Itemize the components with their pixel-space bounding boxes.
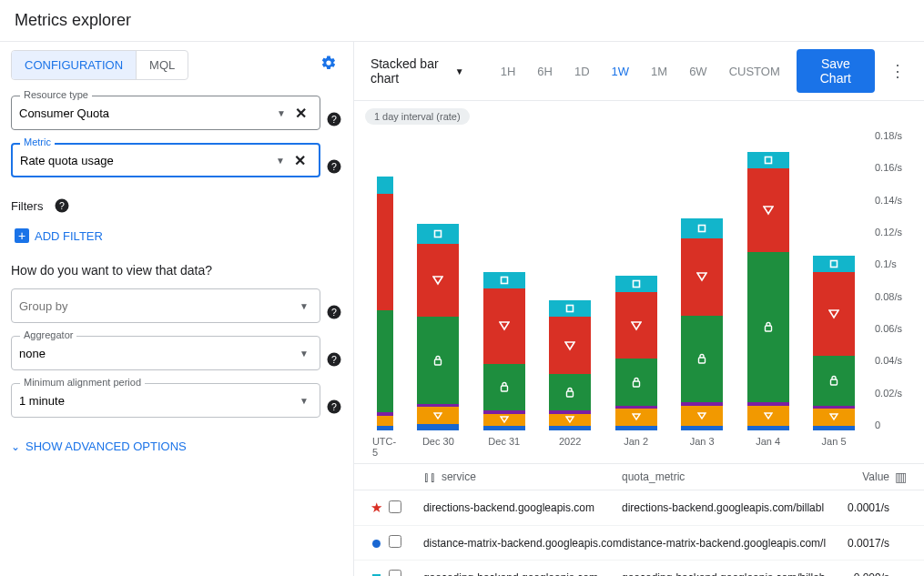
help-icon[interactable]: ? bbox=[326, 158, 342, 175]
help-icon[interactable]: ? bbox=[326, 399, 342, 415]
bar-seg-purple[interactable] bbox=[615, 406, 657, 409]
gear-icon[interactable] bbox=[315, 49, 342, 81]
close-icon[interactable]: ✕ bbox=[289, 152, 311, 169]
add-filter-button[interactable]: + ADD FILTER bbox=[11, 223, 107, 248]
bar-seg-blue_dk[interactable] bbox=[549, 426, 591, 431]
time-tab-1w[interactable]: 1W bbox=[603, 59, 639, 84]
group-icon[interactable]: ⫿⫿ bbox=[423, 470, 436, 484]
resource-type-field[interactable]: Resource type ▼ ✕ bbox=[11, 96, 320, 130]
resource-type-input[interactable] bbox=[19, 106, 273, 120]
bar-seg-green[interactable] bbox=[483, 364, 525, 410]
bar-seg-orange[interactable] bbox=[747, 406, 789, 426]
bar-seg-green[interactable] bbox=[681, 316, 723, 402]
metric-field[interactable]: Metric ▼ ✕ bbox=[11, 143, 320, 177]
bar-seg-purple[interactable] bbox=[681, 402, 723, 406]
time-tab-1m[interactable]: 1M bbox=[642, 59, 676, 84]
legend-row[interactable]: ★directions-backend.googleapis.comdirect… bbox=[354, 490, 924, 526]
bar-seg-orange[interactable] bbox=[813, 409, 855, 425]
columns-icon[interactable]: ▥ bbox=[895, 470, 913, 484]
bar-seg-blue_dk[interactable] bbox=[377, 426, 393, 431]
bar-seg-teal[interactable] bbox=[747, 152, 789, 168]
bar-seg-red[interactable] bbox=[483, 288, 525, 364]
bar-seg-green[interactable] bbox=[549, 374, 591, 410]
bar-seg-green[interactable] bbox=[747, 252, 789, 402]
bar-seg-blue_dk[interactable] bbox=[813, 426, 855, 431]
config-tabs: CONFIGURATION MQL bbox=[11, 50, 188, 80]
bar-seg-purple[interactable] bbox=[417, 404, 459, 408]
chart-plot[interactable]: 0.18/s0.16/s0.14/s0.12/s0.1/s0.08/s0.06/… bbox=[365, 130, 913, 458]
bar-seg-teal[interactable] bbox=[483, 272, 525, 288]
bar-seg-blue_dk[interactable] bbox=[747, 426, 789, 431]
bar-seg-teal[interactable] bbox=[377, 177, 393, 193]
bar-seg-blue_dk[interactable] bbox=[681, 426, 723, 431]
bar-seg-blue_dk[interactable] bbox=[417, 424, 459, 430]
chevron-down-icon[interactable]: ▼ bbox=[296, 301, 312, 311]
group-by-field[interactable]: ▼ bbox=[11, 288, 320, 323]
help-icon[interactable]: ? bbox=[326, 351, 342, 368]
time-tab-6h[interactable]: 6H bbox=[528, 59, 562, 84]
bar-seg-teal[interactable] bbox=[615, 276, 657, 292]
help-icon[interactable]: ? bbox=[326, 111, 342, 127]
legend-rows: ★directions-backend.googleapis.comdirect… bbox=[354, 490, 924, 576]
more-icon[interactable]: ⋮ bbox=[882, 57, 913, 85]
bar-seg-red[interactable] bbox=[681, 238, 723, 315]
bar-seg-green[interactable] bbox=[615, 359, 657, 405]
bar-seg-orange[interactable] bbox=[483, 414, 525, 426]
legend-row[interactable]: geocoding-backend.googleapis.comgeocodin… bbox=[354, 561, 924, 576]
legend-checkbox[interactable] bbox=[389, 500, 401, 513]
legend-col-value[interactable]: Value bbox=[831, 470, 895, 483]
bar-seg-purple[interactable] bbox=[377, 412, 393, 416]
chart-type-selector[interactable]: Stacked bar chart ▼ bbox=[365, 53, 470, 89]
tab-configuration[interactable]: CONFIGURATION bbox=[12, 51, 136, 79]
bar-seg-orange[interactable] bbox=[681, 406, 723, 426]
bar-seg-purple[interactable] bbox=[813, 406, 855, 409]
help-icon[interactable]: ? bbox=[54, 197, 70, 214]
bar-seg-green[interactable] bbox=[377, 310, 393, 412]
tab-mql[interactable]: MQL bbox=[136, 51, 188, 79]
bar-seg-green[interactable] bbox=[813, 356, 855, 406]
alignment-input[interactable] bbox=[19, 394, 296, 408]
bar-seg-teal[interactable] bbox=[813, 256, 855, 272]
bar-seg-red[interactable] bbox=[417, 244, 459, 318]
time-tab-1h[interactable]: 1H bbox=[492, 59, 525, 84]
bar-seg-green[interactable] bbox=[417, 317, 459, 403]
time-tab-custom[interactable]: CUSTOM bbox=[720, 59, 789, 84]
chevron-down-icon[interactable]: ▼ bbox=[296, 396, 312, 406]
bar-seg-purple[interactable] bbox=[549, 410, 591, 414]
bar-seg-purple[interactable] bbox=[747, 402, 789, 406]
bar-seg-orange[interactable] bbox=[377, 416, 393, 426]
bar-seg-blue_dk[interactable] bbox=[615, 426, 657, 431]
legend-col-quota[interactable]: quota_metric bbox=[622, 470, 831, 483]
bar-seg-red[interactable] bbox=[747, 168, 789, 252]
bar-seg-red[interactable] bbox=[615, 292, 657, 359]
aggregator-field[interactable]: Aggregator ▼ bbox=[11, 336, 320, 370]
bar-seg-purple[interactable] bbox=[483, 410, 525, 414]
bar-seg-orange[interactable] bbox=[417, 407, 459, 423]
chevron-down-icon[interactable]: ▼ bbox=[296, 349, 312, 359]
bar-seg-teal[interactable] bbox=[549, 300, 591, 317]
bar-seg-orange[interactable] bbox=[549, 414, 591, 426]
save-chart-button[interactable]: Save Chart bbox=[797, 49, 875, 93]
close-icon[interactable]: ✕ bbox=[289, 105, 312, 122]
alignment-field[interactable]: Minimum alignment period ▼ bbox=[11, 383, 320, 418]
time-tab-6w[interactable]: 6W bbox=[680, 59, 716, 84]
legend-col-service[interactable]: service bbox=[442, 470, 476, 483]
legend-checkbox[interactable] bbox=[389, 535, 401, 548]
legend-checkbox[interactable] bbox=[389, 570, 401, 576]
time-tab-1d[interactable]: 1D bbox=[565, 59, 599, 84]
chevron-down-icon[interactable]: ▼ bbox=[273, 108, 289, 118]
bar-seg-teal[interactable] bbox=[681, 218, 723, 238]
group-by-input[interactable] bbox=[19, 299, 296, 313]
bar-seg-red[interactable] bbox=[377, 194, 393, 310]
legend-row[interactable]: distance-matrix-backend.googleapis.comdi… bbox=[354, 526, 924, 561]
chevron-down-icon[interactable]: ▼ bbox=[272, 156, 289, 166]
show-advanced-button[interactable]: ⌄ SHOW ADVANCED OPTIONS bbox=[11, 430, 187, 462]
help-icon[interactable]: ? bbox=[326, 304, 342, 320]
metric-input[interactable] bbox=[20, 154, 272, 167]
bar-seg-teal[interactable] bbox=[417, 224, 459, 244]
bar-seg-blue_dk[interactable] bbox=[483, 426, 525, 431]
aggregator-input[interactable] bbox=[19, 347, 296, 360]
bar-seg-red[interactable] bbox=[813, 272, 855, 356]
bar-seg-red[interactable] bbox=[549, 317, 591, 373]
bar-seg-orange[interactable] bbox=[615, 409, 657, 425]
